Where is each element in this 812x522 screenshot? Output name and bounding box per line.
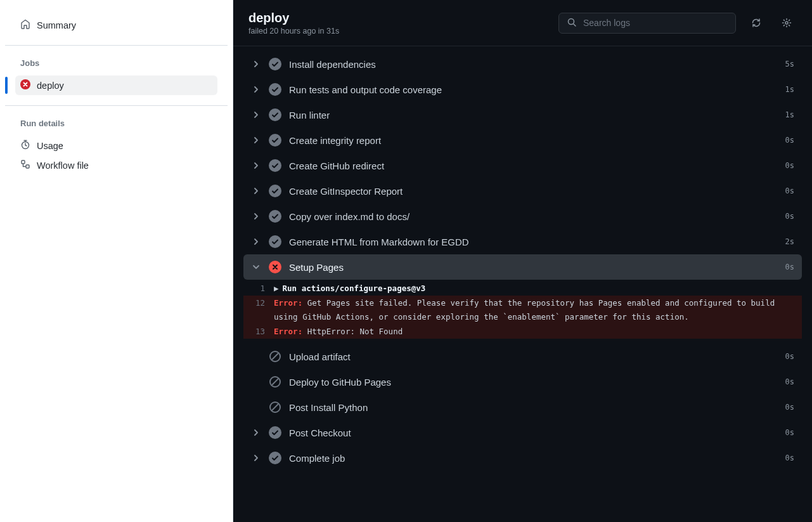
step-row[interactable]: Post Checkout0s (243, 420, 802, 445)
chevron-right-icon (251, 136, 261, 144)
step-label: Create GitInspector Report (289, 186, 778, 197)
check-circle-fill-icon (269, 185, 281, 197)
search-input[interactable] (583, 18, 728, 28)
svg-line-18 (272, 379, 278, 385)
step-row[interactable]: Create GitHub redirect0s (243, 153, 802, 178)
log-line-number: 1 (243, 282, 274, 295)
sidebar-summary[interactable]: Summary (15, 15, 217, 35)
x-circle-fill-icon (20, 79, 30, 91)
step-label: Copy over index.md to docs/ (289, 211, 778, 222)
sidebar-detail-usage[interactable]: Usage (15, 136, 217, 155)
step-duration: 0s (785, 403, 794, 412)
step-row[interactable]: Generate HTML from Markdown for EGDD2s (243, 229, 802, 254)
workflow-icon (20, 159, 30, 171)
chevron-right-icon (251, 187, 261, 195)
check-circle-fill-icon (269, 108, 281, 121)
step-duration: 5s (785, 60, 794, 69)
svg-rect-2 (22, 160, 25, 164)
search-icon (567, 17, 577, 29)
step-row[interactable]: Install dependencies5s (243, 51, 802, 77)
svg-point-9 (269, 134, 281, 147)
check-circle-fill-icon (269, 235, 281, 248)
step-duration: 0s (785, 161, 794, 170)
step-duration: 1s (785, 85, 794, 94)
sidebar-detail-label: Usage (37, 141, 63, 151)
step-row[interactable]: Post Install Python0s (243, 395, 802, 420)
check-circle-fill-icon (269, 452, 281, 464)
chevron-right-icon (251, 238, 261, 245)
step-label: Post Install Python (289, 402, 778, 413)
check-circle-fill-icon (269, 210, 281, 223)
step-duration: 0s (785, 428, 794, 437)
step-row[interactable]: Complete job0s (243, 445, 802, 471)
svg-point-4 (569, 18, 574, 24)
step-duration: 0s (785, 377, 794, 386)
sidebar-job-label: deploy (37, 81, 64, 91)
rerun-button[interactable] (746, 13, 766, 33)
svg-rect-3 (26, 165, 29, 168)
log-line: 13Error: HttpError: Not Found (243, 324, 802, 339)
log-line-number: 13 (243, 325, 274, 338)
sidebar-jobs-heading: Jobs (15, 56, 217, 75)
step-row[interactable]: Setup Pages0s (243, 254, 802, 280)
skip-icon (269, 401, 281, 414)
steps-list: Install dependencies5sRun tests and outp… (233, 46, 812, 522)
main-panel: deploy failed 20 hours ago in 31s Instal… (233, 0, 812, 522)
skip-icon (269, 375, 281, 388)
search-logs-field[interactable] (558, 13, 736, 34)
sidebar-summary-label: Summary (37, 20, 76, 30)
step-duration: 1s (785, 110, 794, 119)
svg-point-22 (269, 452, 281, 464)
step-duration: 2s (785, 237, 794, 246)
chevron-down-icon (251, 263, 261, 271)
sidebar: Summary Jobs deploy Run details Usage Wo… (0, 0, 233, 522)
chevron-right-icon (251, 454, 261, 462)
settings-button[interactable] (777, 13, 797, 33)
x-circle-fill-icon (269, 261, 281, 273)
step-label: Create integrity report (289, 135, 778, 146)
sidebar-detail-workflow-file[interactable]: Workflow file (15, 155, 217, 175)
step-duration: 0s (785, 136, 794, 145)
sidebar-details-heading: Run details (15, 116, 217, 136)
chevron-right-icon (251, 111, 261, 119)
sync-icon (751, 18, 761, 28)
check-circle-fill-icon (269, 134, 281, 147)
step-row[interactable]: Deploy to GitHub Pages0s (243, 369, 802, 395)
step-row[interactable]: Create integrity report0s (243, 127, 802, 153)
step-row[interactable]: Copy over index.md to docs/0s (243, 204, 802, 229)
log-line-text: Error: HttpError: Not Found (274, 325, 794, 338)
skip-icon (269, 350, 281, 363)
step-row[interactable]: Run linter1s (243, 102, 802, 127)
step-label: Generate HTML from Markdown for EGDD (289, 237, 778, 247)
check-circle-fill-icon (269, 426, 281, 439)
check-circle-fill-icon (269, 83, 281, 96)
log-line-text: ▶Run actions/configure-pages@v3 (274, 282, 794, 295)
check-circle-fill-icon (269, 58, 281, 70)
step-duration: 0s (785, 263, 794, 271)
step-row[interactable]: Upload artifact0s (243, 344, 802, 369)
sidebar-detail-label: Workflow file (37, 160, 89, 171)
step-label: Run linter (289, 110, 778, 121)
log-line-text: Error: Get Pages site failed. Please ver… (274, 296, 794, 323)
gear-icon (782, 18, 792, 28)
sidebar-job-deploy[interactable]: deploy (15, 75, 217, 95)
svg-point-13 (269, 235, 281, 248)
svg-line-20 (272, 404, 278, 410)
svg-point-5 (785, 22, 788, 24)
step-label: Deploy to GitHub Pages (289, 377, 778, 388)
home-icon (20, 19, 30, 31)
step-duration: 0s (785, 186, 794, 195)
step-label: Create GitHub redirect (289, 160, 778, 171)
log-line: 12Error: Get Pages site failed. Please v… (243, 296, 802, 324)
chevron-right-icon (251, 60, 261, 68)
step-label: Complete job (289, 453, 778, 464)
svg-point-7 (269, 83, 281, 96)
triangle-right-icon: ▶ (274, 282, 279, 295)
svg-point-11 (269, 185, 281, 197)
chevron-right-icon (251, 86, 261, 93)
step-row[interactable]: Run tests and output code coverage1s (243, 77, 802, 102)
job-title: deploy (248, 10, 548, 25)
svg-point-12 (269, 210, 281, 223)
step-row[interactable]: Create GitInspector Report0s (243, 178, 802, 204)
chevron-right-icon (251, 212, 261, 220)
